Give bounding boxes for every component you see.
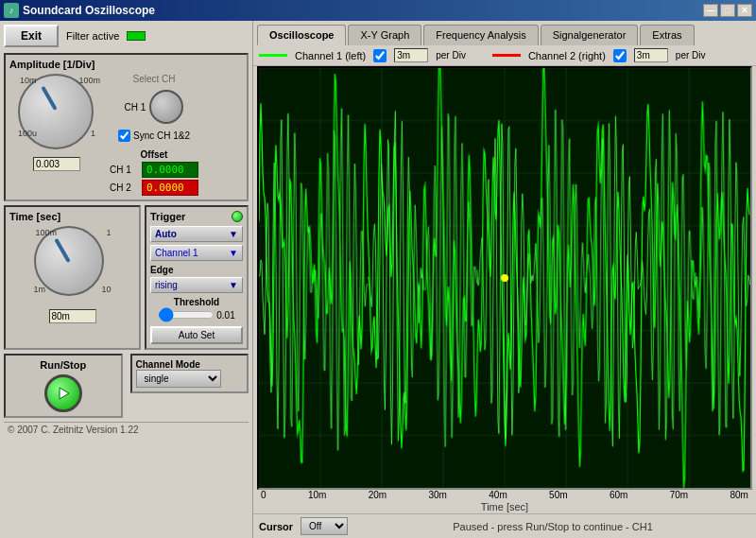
- maximize-button[interactable]: □: [720, 4, 735, 17]
- time-label-10: 10: [101, 285, 111, 294]
- threshold-slider[interactable]: [158, 307, 215, 322]
- time-tick-60m: 60m: [610, 490, 627, 500]
- edge-label: Edge: [150, 265, 243, 275]
- ch2-offset-label: CH 2: [110, 182, 138, 193]
- time-axis-title-row: Time [sec]: [257, 500, 752, 513]
- amp-label-100u: 100u: [18, 129, 37, 138]
- amplitude-title: Amplitude [1/Div]: [9, 59, 243, 70]
- sync-checkbox[interactable]: [118, 130, 130, 142]
- oscilloscope-display: [257, 66, 752, 490]
- filter-label: Filter active: [66, 30, 119, 42]
- amplitude-knob[interactable]: [18, 74, 94, 149]
- tab-signalgenerator[interactable]: Signalgenerator: [541, 25, 639, 45]
- cursor-label: Cursor: [259, 521, 293, 532]
- filter-active-indicator: [127, 31, 146, 41]
- channel-mode-select[interactable]: single: [136, 370, 221, 388]
- time-title: Time [sec]: [9, 211, 135, 222]
- time-trigger-row: Time [sec] 100m 1 10 1m Trigger: [4, 205, 249, 350]
- time-tick-40m: 40m: [489, 490, 507, 500]
- trigger-title: Trigger: [150, 211, 185, 222]
- ch1-offset-label: CH 1: [110, 165, 138, 175]
- close-button[interactable]: ✕: [737, 4, 752, 17]
- trigger-edge-dropdown[interactable]: rising ▼: [150, 277, 243, 293]
- tab-frequency-analysis[interactable]: Frequency Analysis: [423, 25, 538, 45]
- sync-label: Sync CH 1&2: [133, 130, 190, 141]
- window-title: Soundcard Oszilloscope: [23, 4, 155, 17]
- threshold-value: 0.01: [216, 310, 234, 321]
- ch2-offset-input[interactable]: [142, 180, 198, 196]
- time-section: Time [sec] 100m 1 10 1m: [4, 205, 141, 350]
- time-label-1: 1: [106, 228, 111, 237]
- right-panel: Oscilloscope X-Y Graph Frequency Analysi…: [253, 21, 756, 538]
- left-panel: Exit Filter active Amplitude [1/Div] 10m…: [0, 21, 253, 538]
- amplitude-value-input[interactable]: [33, 157, 80, 171]
- amplitude-section: Amplitude [1/Div] 10m 100m 1 100u: [4, 53, 249, 201]
- time-tick-0: 0: [261, 490, 266, 500]
- svg-marker-0: [60, 388, 69, 399]
- time-tick-10m: 10m: [308, 490, 326, 500]
- tabs-row: Oscilloscope X-Y Graph Frequency Analysi…: [253, 21, 756, 45]
- ch1-per-div-label: per Div: [436, 50, 466, 61]
- ch1-line-indicator: [259, 54, 287, 57]
- trigger-ch1-dropdown[interactable]: Channel 1 ▼: [150, 245, 243, 261]
- status-text: Paused - press Run/Stop to continue - CH…: [355, 521, 750, 532]
- select-ch-label: Select CH: [132, 74, 175, 84]
- window-controls[interactable]: — □ ✕: [703, 4, 752, 17]
- trigger-led: [232, 211, 243, 222]
- run-stop-button[interactable]: [44, 374, 82, 412]
- ch1-label: Channel 1 (left): [295, 50, 366, 61]
- bottom-bar: Cursor Off Paused - press Run/Stop to co…: [253, 513, 756, 538]
- trigger-section: Trigger Auto ▼ Channel 1 ▼ Edge rising ▼: [145, 205, 249, 350]
- channel-row: Channel 1 (left) per Div Channel 2 (righ…: [253, 45, 756, 66]
- time-tick-50m: 50m: [549, 490, 567, 500]
- time-label-1m: 1m: [34, 285, 46, 294]
- time-axis-labels: 0 10m 20m 30m 40m 50m 60m 70m 80m: [257, 490, 752, 500]
- threshold-title: Threshold: [174, 297, 219, 307]
- ch1-select-knob[interactable]: [149, 90, 183, 124]
- amp-label-100m: 100m: [78, 76, 100, 85]
- time-tick-20m: 20m: [369, 490, 387, 500]
- ch2-per-div-input[interactable]: [634, 48, 668, 62]
- cursor-select[interactable]: Off: [301, 517, 348, 535]
- ch1-per-div-input[interactable]: [394, 48, 428, 62]
- offset-title: Offset: [110, 149, 198, 160]
- ch2-label: Channel 2 (right): [528, 50, 606, 61]
- minimize-button[interactable]: —: [703, 4, 718, 17]
- channel-mode-label: Channel Mode: [136, 359, 244, 370]
- tab-oscilloscope[interactable]: Oscilloscope: [257, 25, 346, 45]
- select-ch-area: Select CH CH 1 Sync CH 1&2 Offset CH 1: [110, 74, 198, 196]
- title-bar: ♪ Soundcard Oszilloscope — □ ✕: [0, 0, 756, 21]
- run-stop-title: Run/Stop: [40, 359, 86, 371]
- trigger-auto-dropdown[interactable]: Auto ▼: [150, 226, 243, 242]
- channel-mode-section: Channel Mode single: [130, 354, 249, 393]
- ch2-line-indicator: [492, 54, 521, 57]
- amp-label-10m: 10m: [20, 76, 37, 85]
- time-axis: 0 10m 20m 30m 40m 50m 60m 70m 80m Time […: [253, 490, 756, 513]
- app-icon: ♪: [4, 3, 19, 18]
- ch1-select-label: CH 1: [125, 102, 146, 113]
- exit-filter-row: Exit Filter active: [4, 25, 249, 47]
- exit-button[interactable]: Exit: [4, 25, 59, 47]
- time-tick-80m: 80m: [730, 490, 747, 500]
- time-value-input[interactable]: [49, 309, 96, 323]
- time-tick-30m: 30m: [429, 490, 447, 500]
- ch1-checkbox[interactable]: [373, 49, 387, 62]
- ch1-offset-input[interactable]: [142, 162, 198, 178]
- tab-xy-graph[interactable]: X-Y Graph: [348, 25, 421, 45]
- threshold-area: Threshold 0.01 Auto Set: [150, 297, 243, 344]
- copyright-text: © 2007 C. Zeitnitz Version 1.22: [8, 425, 139, 435]
- auto-set-button[interactable]: Auto Set: [150, 326, 243, 344]
- sync-row: Sync CH 1&2: [118, 130, 190, 142]
- ch2-checkbox[interactable]: [613, 49, 627, 62]
- offset-area: Offset CH 1 CH 2: [110, 149, 198, 196]
- amp-label-1: 1: [91, 129, 95, 138]
- time-axis-title: Time [sec]: [481, 501, 528, 512]
- time-label-100m: 100m: [36, 228, 58, 237]
- osc-canvas: [259, 68, 750, 488]
- ch2-per-div-label: per Div: [676, 50, 706, 61]
- copyright-bar: © 2007 C. Zeitnitz Version 1.22: [4, 422, 249, 437]
- tab-extras[interactable]: Extras: [640, 25, 694, 45]
- run-stop-section: Run/Stop: [4, 354, 123, 418]
- time-tick-70m: 70m: [670, 490, 688, 500]
